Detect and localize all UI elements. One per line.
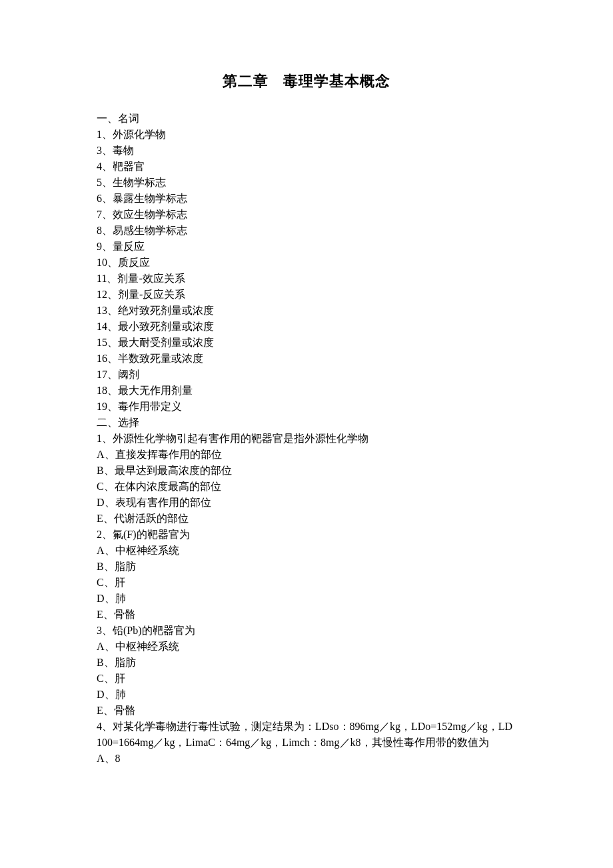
text-line: 4、对某化学毒物进行毒性试验，测定结果为：LDso：896mg／kg，LDo=1… <box>97 719 516 751</box>
text-line: E、代谢活跃的部位 <box>97 511 516 527</box>
text-line: 3、毒物 <box>97 143 516 159</box>
text-line: 11、剂量-效应关系 <box>97 271 516 287</box>
text-line: A、直接发挥毒作用的部位 <box>97 447 516 463</box>
text-line: 8、易感生物学标志 <box>97 223 516 239</box>
text-line: D、肺 <box>97 591 516 607</box>
title-chapter: 第二章 <box>223 73 269 89</box>
text-line: 一、名词 <box>97 111 516 127</box>
text-line: 18、最大无作用剂量 <box>97 383 516 399</box>
text-line: 13、绝对致死剂量或浓度 <box>97 303 516 319</box>
text-line: 12、剂量-反应关系 <box>97 287 516 303</box>
text-line: 10、质反应 <box>97 255 516 271</box>
text-line: 3、铅(Pb)的靶器官为 <box>97 623 516 639</box>
text-line: 2、氟(F)的靶器官为 <box>97 527 516 543</box>
text-line: B、最早达到最高浓度的部位 <box>97 463 516 479</box>
text-line: 二、选择 <box>97 415 516 431</box>
title-subject: 毒理学基本概念 <box>283 73 390 89</box>
text-line: A、中枢神经系统 <box>97 639 516 655</box>
text-line: C、肝 <box>97 671 516 687</box>
text-line: 1、外源化学物 <box>97 127 516 143</box>
text-line: B、脂肪 <box>97 559 516 575</box>
text-line: D、表现有害作用的部位 <box>97 495 516 511</box>
text-line: E、骨骼 <box>97 703 516 719</box>
text-line: E、骨骼 <box>97 607 516 623</box>
text-line: 14、最小致死剂量或浓度 <box>97 319 516 335</box>
body-content: 一、名词1、外源化学物3、毒物4、靶器官5、生物学标志6、暴露生物学标志7、效应… <box>97 111 516 767</box>
text-line: C、肝 <box>97 575 516 591</box>
text-line: 16、半数致死量或浓度 <box>97 351 516 367</box>
text-line: B、脂肪 <box>97 655 516 671</box>
text-line: 19、毒作用带定义 <box>97 399 516 415</box>
text-line: 17、阈剂 <box>97 367 516 383</box>
text-line: A、中枢神经系统 <box>97 543 516 559</box>
text-line: 9、量反应 <box>97 239 516 255</box>
text-line: C、在体内浓度最高的部位 <box>97 479 516 495</box>
text-line: 15、最大耐受剂量或浓度 <box>97 335 516 351</box>
page-title: 第二章毒理学基本概念 <box>97 70 516 92</box>
text-line: 7、效应生物学标志 <box>97 207 516 223</box>
text-line: 6、暴露生物学标志 <box>97 191 516 207</box>
text-line: A、8 <box>97 751 516 767</box>
text-line: 1、外源性化学物引起有害作用的靶器官是指外源性化学物 <box>97 431 516 447</box>
text-line: 5、生物学标志 <box>97 175 516 191</box>
text-line: 4、靶器官 <box>97 159 516 175</box>
text-line: D、肺 <box>97 687 516 703</box>
